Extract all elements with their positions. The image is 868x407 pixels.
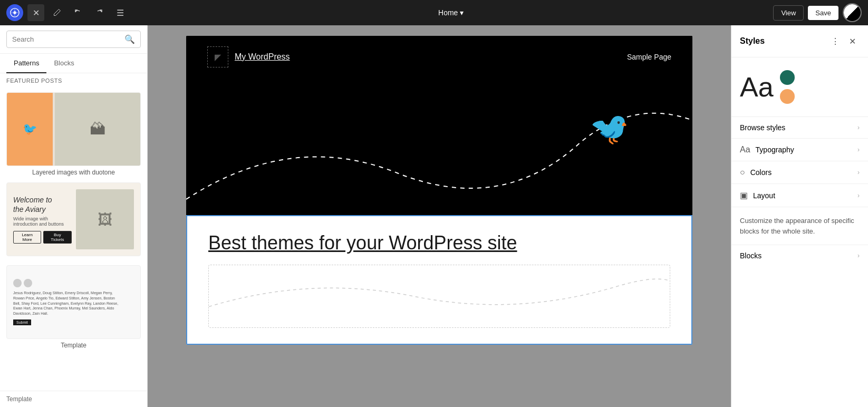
mountain-sketch-icon: 🏔	[90, 120, 105, 138]
pattern-layered-images[interactable]: 🐦 🏔 Layered images with duotone	[6, 92, 141, 176]
byline-circles	[13, 279, 32, 287]
styles-header: Styles ⋮ ✕	[731, 25, 868, 57]
colors-icon: ○	[740, 168, 745, 177]
layout-icon: ▣	[740, 190, 748, 200]
blocks-section-item[interactable]: Blocks ›	[731, 245, 868, 266]
svg-point-1	[13, 11, 16, 14]
colors-section-left: ○ Colors	[740, 168, 771, 177]
pattern-layered-label: Layered images with duotone	[6, 169, 141, 176]
colors-section-item[interactable]: ○ Colors ›	[731, 161, 868, 184]
styles-description: Customize the appearance of specific blo…	[731, 207, 868, 245]
browse-styles-label: Browse styles	[740, 123, 785, 132]
buy-tickets-btn[interactable]: Buy Tickets	[43, 231, 71, 244]
typography-section-item[interactable]: Aa Typography ›	[731, 139, 868, 161]
layout-chevron-icon: ›	[857, 192, 860, 199]
menu-button[interactable]: ☰	[112, 4, 129, 21]
layered-right-panel: 🏔	[55, 93, 140, 166]
byline-circle-1	[13, 279, 22, 287]
main-area: 🔍 Patterns Blocks Featured posts 🐦 🏔	[0, 25, 868, 407]
edit-button[interactable]	[49, 4, 65, 21]
site-header: ◤ My WordPress Sample Page	[186, 36, 692, 78]
intro-title: Welcome tothe Aviary	[13, 195, 72, 214]
layout-section-item[interactable]: ▣ Layout ›	[731, 184, 868, 207]
redo-button[interactable]	[91, 4, 108, 21]
close-button[interactable]: ✕	[27, 4, 44, 21]
blocks-label: Blocks	[740, 251, 761, 260]
save-button[interactable]: Save	[808, 6, 838, 20]
styles-header-actions: ⋮ ✕	[828, 34, 860, 49]
tab-patterns[interactable]: Patterns	[6, 54, 46, 73]
pattern-intro-preview: Welcome tothe Aviary Wide image with int…	[6, 182, 141, 256]
sidebar-search-area: 🔍	[0, 25, 147, 54]
byline-text: Jesus Rodriguez, Doug Stilton, Emery Dri…	[13, 290, 118, 316]
search-icon: 🔍	[124, 34, 135, 44]
search-input[interactable]	[12, 35, 121, 43]
styles-close-button[interactable]: ✕	[845, 34, 860, 49]
colors-label: Colors	[750, 168, 771, 177]
sidebar-footer: Template	[0, 391, 147, 407]
pattern-byline-label: Template	[6, 342, 141, 349]
wp-logo[interactable]	[6, 4, 23, 21]
colors-chevron-icon: ›	[857, 169, 860, 176]
bird-small-icon: 🐦	[23, 122, 37, 136]
byline-circle-2	[24, 279, 32, 287]
tab-blocks[interactable]: Blocks	[46, 54, 81, 73]
layered-left-panel: 🐦	[7, 93, 53, 166]
content-dashed-arc	[209, 265, 670, 327]
secondary-color-dot	[780, 89, 795, 104]
browse-styles-chevron-icon: ›	[857, 124, 860, 131]
bird-hero-icon: 🐦	[590, 110, 629, 147]
typography-icon: Aa	[740, 145, 750, 154]
search-wrap: 🔍	[6, 31, 141, 48]
pattern-byline[interactable]: Jesus Rodriguez, Doug Stilton, Emery Dri…	[6, 265, 141, 349]
right-sidebar: Styles ⋮ ✕ Aa Browse styles › Aa Typogra…	[731, 25, 868, 407]
pattern-grid: 🐦 🏔 Layered images with duotone Welcome …	[0, 88, 147, 391]
left-sidebar: 🔍 Patterns Blocks Featured posts 🐦 🏔	[0, 25, 148, 407]
pattern-intro[interactable]: Welcome tothe Aviary Wide image with int…	[6, 182, 141, 259]
layout-section-left: ▣ Layout	[740, 190, 775, 200]
layout-label: Layout	[753, 191, 775, 200]
styles-more-button[interactable]: ⋮	[828, 34, 843, 49]
main-toolbar: ✕ ☰ Home ▾ View Save	[0, 0, 868, 25]
styles-typography-preview: Aa	[740, 73, 774, 101]
primary-color-dot	[780, 70, 795, 85]
image-placeholder-icon: 🖼	[98, 211, 112, 228]
site-name: My WordPress	[235, 52, 290, 62]
byline-submit-btn[interactable]: Submit	[13, 319, 31, 325]
dropdown-chevron-icon: ▾	[460, 8, 464, 17]
typography-label: Typography	[756, 146, 794, 154]
typography-chevron-icon: ›	[857, 146, 860, 153]
undo-button[interactable]	[70, 4, 86, 21]
canvas-area[interactable]: ◤ My WordPress Sample Page 🐦 Best themes…	[148, 25, 731, 407]
content-section: Best themes for your WordPress site	[186, 215, 692, 345]
site-logo-box: ◤	[207, 46, 228, 67]
pattern-byline-preview: Jesus Rodriguez, Doug Stilton, Emery Dri…	[6, 265, 141, 339]
typography-section-left: Aa Typography	[740, 145, 794, 154]
content-image-placeholder	[208, 265, 670, 328]
styles-preview: Aa	[731, 57, 868, 117]
site-logo-area: ◤ My WordPress	[207, 46, 290, 67]
style-toggle-button[interactable]	[843, 3, 862, 22]
style-toggle-icon	[844, 4, 861, 21]
logo-placeholder-icon: ◤	[215, 52, 221, 62]
sidebar-tabs: Patterns Blocks	[0, 54, 147, 73]
intro-buttons: Learn More Buy Tickets	[13, 231, 72, 244]
pattern-layered-preview: 🐦 🏔	[6, 92, 141, 166]
styles-panel-title: Styles	[740, 36, 765, 46]
learn-more-btn[interactable]: Learn More	[13, 231, 41, 244]
intro-subtitle: Wide image with introduction and buttons	[13, 216, 72, 227]
hero-section: 🐦	[186, 78, 692, 215]
sidebar-category-label: Featured posts	[0, 73, 147, 88]
page-frame: ◤ My WordPress Sample Page 🐦 Best themes…	[186, 36, 692, 345]
view-button[interactable]: View	[773, 5, 804, 21]
footer-label: Template	[6, 395, 32, 403]
blocks-chevron-icon: ›	[857, 252, 860, 259]
page-selector[interactable]: Home ▾	[434, 6, 468, 19]
site-nav: Sample Page	[627, 53, 671, 61]
content-title: Best themes for your WordPress site	[208, 232, 670, 254]
browse-styles-item[interactable]: Browse styles ›	[731, 117, 868, 139]
current-page-label: Home	[438, 8, 458, 17]
styles-colors-preview	[780, 70, 795, 104]
